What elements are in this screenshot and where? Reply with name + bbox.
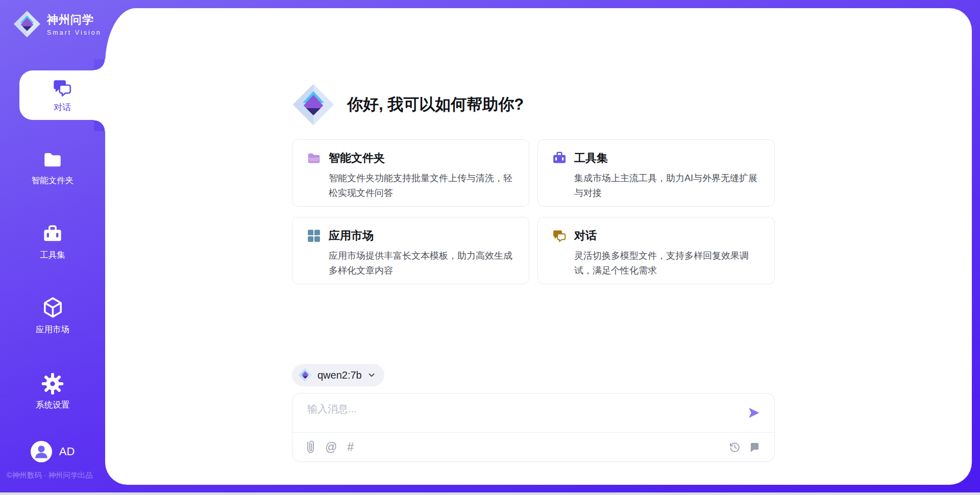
chevron-down-icon [367, 370, 376, 380]
brand-subtitle: Smart Vision [47, 29, 102, 36]
card-description: 智能文件夹功能支持批量文件上传与清洗，轻松实现文件问答 [329, 171, 519, 201]
grid-icon [306, 228, 322, 243]
brand-name: 神州问学 [47, 12, 102, 28]
toolbox-icon [552, 151, 567, 166]
sidebar-item-label: 智能文件夹 [32, 175, 74, 186]
sidebar-item-label: 系统设置 [36, 400, 69, 411]
sidebar-item-label: 对话 [54, 102, 71, 113]
page-bottom-strip [0, 492, 980, 495]
card-title: 对话 [574, 228, 597, 243]
card-smart-folder[interactable]: 智能文件夹 智能文件夹功能支持批量文件上传与清洗，轻松实现文件问答 [292, 139, 529, 207]
card-description: 灵活切换多模型文件，支持多样回复效果调试，满足个性化需求 [574, 249, 764, 278]
user-name: AD [59, 445, 75, 458]
attach-button[interactable] [306, 440, 315, 454]
sidebar-item-settings[interactable]: 系统设置 [0, 373, 105, 411]
brand-logo-icon [13, 10, 41, 38]
person-icon [31, 441, 52, 462]
history-icon [729, 441, 741, 453]
card-toolset[interactable]: 工具集 集成市场上主流工具，助力AI与外界无缝扩展与对接 [537, 139, 775, 207]
card-title: 应用市场 [329, 228, 374, 243]
model-selector[interactable]: qwen2:7b [292, 364, 384, 386]
copyright-text: ©神州数码 · 神州问学出品 [7, 471, 93, 480]
card-app-market[interactable]: 应用市场 应用市场提供丰富长文本模板，助力高效生成多样化文章内容 [292, 217, 529, 284]
cube-icon [41, 295, 65, 319]
brand: 神州问学 Smart Vision [13, 10, 102, 38]
tab-fillet-top [94, 59, 105, 70]
sidebar-item-label: 工具集 [40, 250, 65, 261]
card-description: 应用市场提供丰富长文本模板，助力高效生成多样化文章内容 [329, 249, 519, 278]
sidebar-item-smart-folder[interactable]: 智能文件夹 [0, 149, 105, 186]
feature-cards: 智能文件夹 智能文件夹功能支持批量文件上传与清洗，轻松实现文件问答 工具集 集成… [292, 139, 775, 284]
folder-icon [306, 151, 322, 166]
history-button[interactable] [729, 441, 741, 453]
card-title: 智能文件夹 [329, 151, 385, 166]
model-name: qwen2:7b [317, 369, 362, 381]
greeting-title: 你好, 我可以如何帮助你? [347, 94, 524, 115]
chat-icon [552, 228, 567, 243]
sidebar-item-app-market[interactable]: 应用市场 [0, 295, 105, 335]
message-composer: @ # [292, 393, 775, 462]
chat-icon [52, 77, 73, 98]
sidebar-item-toolset[interactable]: 工具集 [0, 224, 105, 261]
app-root: { "brand": { "name": "神州问学", "subtitle":… [0, 0, 980, 495]
assistant-logo-icon [292, 83, 335, 126]
gear-icon [41, 373, 64, 395]
main-content: 你好, 我可以如何帮助你? 智能文件夹 智能文件夹功能支持批量文件上传与清洗，轻… [292, 83, 775, 462]
card-title: 工具集 [574, 151, 608, 166]
toolbox-icon [42, 224, 63, 245]
avatar [31, 441, 52, 462]
sidebar-item-label: 应用市场 [36, 324, 69, 335]
card-chat[interactable]: 对话 灵活切换多模型文件，支持多样回复效果调试，满足个性化需求 [537, 217, 775, 284]
sidebar-item-chat[interactable]: 对话 [19, 70, 105, 120]
tab-fillet-bottom [94, 120, 105, 131]
message-input[interactable] [306, 403, 717, 415]
folder-icon [42, 149, 63, 170]
feedback-button[interactable] [749, 441, 761, 453]
paperclip-icon [306, 440, 315, 454]
topic-icon[interactable]: # [347, 441, 354, 453]
user-profile[interactable]: AD [0, 441, 105, 462]
model-logo-icon [298, 368, 312, 382]
send-icon[interactable] [747, 406, 761, 420]
chat-square-icon [749, 441, 761, 453]
greeting: 你好, 我可以如何帮助你? [292, 83, 775, 126]
card-description: 集成市场上主流工具，助力AI与外界无缝扩展与对接 [574, 171, 764, 201]
mention-icon[interactable]: @ [325, 441, 337, 453]
